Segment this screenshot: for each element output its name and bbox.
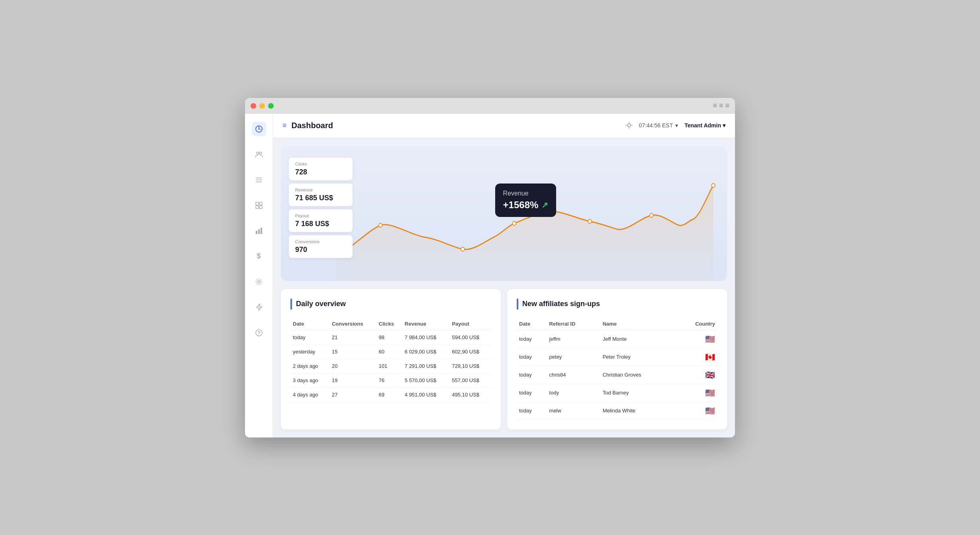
time-display[interactable]: 07:44:56 EST ▾ <box>639 122 678 129</box>
daily-overview-header: Daily overview <box>290 299 491 310</box>
sidebar-item-settings[interactable] <box>252 275 266 289</box>
sidebar-item-users[interactable] <box>252 147 266 162</box>
svg-rect-7 <box>256 202 259 205</box>
cell-clicks: 60 <box>376 344 402 359</box>
tooltip-arrow-icon: ↗ <box>541 200 548 210</box>
cell-aff-date: today <box>517 402 547 420</box>
tooltip-value: +1568% ↗ <box>503 199 549 211</box>
col-revenue: Revenue <box>402 318 450 330</box>
header-left: ≡ Dashboard <box>282 121 333 130</box>
sidebar-item-analytics[interactable] <box>252 224 266 238</box>
titlebar: ≡ ≡ ≡ <box>245 98 735 114</box>
chart-tooltip: Revenue +1568% ↗ <box>495 184 557 217</box>
header-right: 07:44:56 EST ▾ Tenant Admin ▾ <box>625 122 725 129</box>
cell-date: 4 days ago <box>290 387 329 402</box>
chart-point <box>588 219 592 223</box>
svg-rect-11 <box>256 231 257 234</box>
svg-rect-12 <box>258 229 260 234</box>
col-country: Country <box>675 318 717 330</box>
table-row: 4 days ago 27 69 4 951,00 US$ 495,10 US$ <box>290 387 491 402</box>
time-value: 07:44:56 EST <box>639 122 673 129</box>
svg-point-3 <box>259 152 262 154</box>
cell-aff-date: today <box>517 366 547 384</box>
table-accent-bar <box>290 299 292 310</box>
clicks-value: 728 <box>295 168 346 176</box>
sidebar-item-list[interactable] <box>252 173 266 187</box>
menu-icon[interactable]: ≡ <box>282 121 287 130</box>
sidebar-item-bolt[interactable] <box>252 300 266 314</box>
cell-revenue: 7 984,00 US$ <box>402 330 450 344</box>
user-label: Tenant Admin <box>684 122 721 129</box>
cell-referral: melw <box>547 402 600 420</box>
list-item: today jeffm Jeff Monte 🇺🇸 <box>517 330 717 348</box>
cell-date: 3 days ago <box>290 373 329 387</box>
app-window: ≡ ≡ ≡ <box>245 98 735 437</box>
cell-revenue: 6 029,00 US$ <box>402 344 450 359</box>
cell-date: today <box>290 330 329 344</box>
payout-value: 7 168 US$ <box>295 220 346 228</box>
maximize-button[interactable] <box>268 103 274 109</box>
col-date: Date <box>290 318 329 330</box>
cell-flag: 🇬🇧 <box>675 366 717 384</box>
chart-area: Clicks 728 Revenue 71 685 US$ Payout 7 1… <box>281 146 727 281</box>
payout-label: Payout <box>295 213 346 218</box>
cell-date: 2 days ago <box>290 359 329 373</box>
table-row: 3 days ago 19 76 5 570,00 US$ 557,00 US$ <box>290 373 491 387</box>
chart-point <box>650 213 653 217</box>
cell-flag: 🇨🇦 <box>675 348 717 366</box>
cell-clicks: 101 <box>376 359 402 373</box>
svg-point-2 <box>257 152 259 154</box>
col-aff-date: Date <box>517 318 547 330</box>
close-button[interactable] <box>251 103 256 109</box>
tables-row: Daily overview Date Conversions Clicks R… <box>281 289 727 430</box>
revenue-value: 71 685 US$ <box>295 194 346 202</box>
cell-aff-name: Melinda White <box>600 402 675 420</box>
payout-card: Payout 7 168 US$ <box>289 209 353 232</box>
affiliates-header-row: Date Referral ID Name Country <box>517 318 717 330</box>
table-header-row: Date Conversions Clicks Revenue Payout <box>290 318 491 330</box>
daily-overview-card: Daily overview Date Conversions Clicks R… <box>281 289 501 430</box>
sidebar-item-finance[interactable]: $ <box>252 249 266 264</box>
sidebar-item-dashboard[interactable] <box>252 122 266 136</box>
window-controls <box>251 103 274 109</box>
sun-icon <box>625 122 633 129</box>
main-content: ≡ Dashboard 07:44:56 EST ▾ <box>273 114 735 437</box>
chart-point <box>461 247 465 251</box>
affiliates-header: New affiliates sign-ups <box>517 299 717 310</box>
affiliates-card: New affiliates sign-ups Date Referral ID… <box>507 289 727 430</box>
cell-flag: 🇺🇸 <box>675 330 717 348</box>
user-menu[interactable]: Tenant Admin ▾ <box>684 122 725 129</box>
cell-conversions: 27 <box>329 387 376 402</box>
cell-flag: 🇺🇸 <box>675 402 717 420</box>
cell-payout: 557,00 US$ <box>449 373 491 387</box>
svg-rect-10 <box>259 206 262 209</box>
svg-rect-9 <box>256 206 259 209</box>
sidebar: $ ? <box>245 114 273 437</box>
cell-clicks: 76 <box>376 373 402 387</box>
user-chevron: ▾ <box>723 122 725 129</box>
cell-flag: 🇺🇸 <box>675 384 717 402</box>
sidebar-item-help[interactable]: ? <box>252 326 266 340</box>
affiliates-title: New affiliates sign-ups <box>522 300 600 308</box>
cell-conversions: 15 <box>329 344 376 359</box>
cell-revenue: 7 291,00 US$ <box>402 359 450 373</box>
conversions-label: Conversions <box>295 239 346 244</box>
cell-aff-name: Peter Troley <box>600 348 675 366</box>
cell-payout: 729,10 US$ <box>449 359 491 373</box>
cell-referral: jeffm <box>547 330 600 348</box>
table-row: today 21 98 7 984,00 US$ 594,00 US$ <box>290 330 491 344</box>
cell-payout: 594,00 US$ <box>449 330 491 344</box>
clicks-label: Clicks <box>295 162 346 166</box>
cell-referral: chris84 <box>547 366 600 384</box>
header: ≡ Dashboard 07:44:56 EST ▾ <box>273 114 735 138</box>
sidebar-item-grid[interactable] <box>252 198 266 213</box>
svg-rect-8 <box>259 202 262 205</box>
col-payout: Payout <box>449 318 491 330</box>
svg-point-1 <box>258 128 259 129</box>
cell-aff-date: today <box>517 330 547 348</box>
tooltip-number: +1568% <box>503 199 539 211</box>
minimize-button[interactable] <box>259 103 265 109</box>
svg-point-14 <box>258 281 260 283</box>
cell-clicks: 98 <box>376 330 402 344</box>
chart-point <box>711 184 715 187</box>
